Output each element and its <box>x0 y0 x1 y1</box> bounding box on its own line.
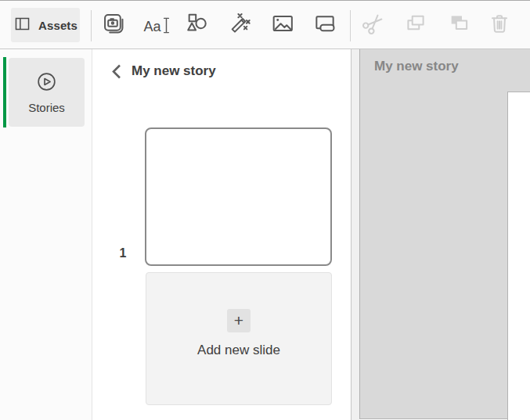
copy-icon <box>403 11 428 39</box>
trash-icon <box>487 11 512 39</box>
active-item-accent-bar <box>3 57 6 127</box>
slide-thumbnail[interactable] <box>145 127 332 266</box>
story-title: My new story <box>132 63 216 79</box>
assets-button-label: Assets <box>38 19 78 32</box>
effects-icon <box>227 11 252 39</box>
snapshot-library-icon <box>101 11 126 39</box>
add-new-slide-label: Add new slide <box>197 343 280 358</box>
assets-sidebar: Stories <box>0 49 92 420</box>
paste-icon <box>446 11 471 39</box>
assets-toggle-button[interactable]: Assets <box>11 8 80 42</box>
text-object-button[interactable]: Aa <box>142 11 171 39</box>
image-button[interactable] <box>269 11 297 39</box>
storytelling-view: Assets Aa <box>0 0 530 420</box>
plus-icon: + <box>227 309 251 332</box>
add-new-slide-button[interactable]: + Add new slide <box>146 272 332 405</box>
panel-toggle-icon <box>13 16 31 35</box>
sidebar-item-label: Stories <box>28 101 65 114</box>
text-object-icon: Aa <box>143 16 169 34</box>
toolbar-divider <box>91 10 92 41</box>
sidebar-item-stories[interactable]: Stories <box>9 58 85 127</box>
embed-sheet-icon <box>312 11 337 39</box>
cut-button[interactable] <box>359 11 388 39</box>
timeline-header: My new story <box>112 63 216 79</box>
delete-button[interactable] <box>485 11 514 39</box>
slide-canvas[interactable] <box>507 92 530 420</box>
copy-button[interactable] <box>402 11 430 39</box>
back-button[interactable] <box>112 64 121 79</box>
story-canvas-backdrop: My new story <box>359 49 530 419</box>
shapes-button[interactable] <box>182 11 211 39</box>
embed-sheet-button[interactable] <box>311 11 339 39</box>
shapes-icon <box>184 11 209 39</box>
cut-icon <box>361 11 386 39</box>
snapshot-library-button[interactable] <box>99 11 128 39</box>
play-circle-icon <box>36 71 57 95</box>
image-icon <box>270 11 295 39</box>
toolbar: Assets Aa <box>0 0 530 49</box>
story-timeline-panel: My new story 1 + Add new slide <box>93 49 351 420</box>
timeline-scrollbar[interactable] <box>351 49 359 420</box>
effects-button[interactable] <box>225 11 254 39</box>
paste-button[interactable] <box>445 11 473 39</box>
toolbar-divider <box>350 10 351 41</box>
canvas-story-title: My new story <box>374 59 459 74</box>
slide-number: 1 <box>115 246 131 260</box>
